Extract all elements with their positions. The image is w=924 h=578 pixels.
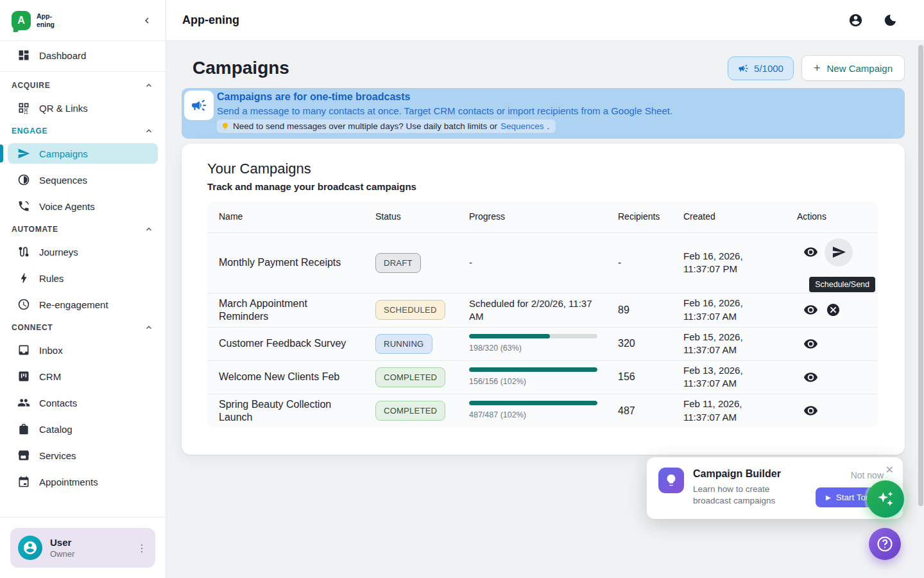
- sidebar-item-services[interactable]: Services: [8, 445, 158, 466]
- sidebar-item-rules[interactable]: Rules: [8, 268, 158, 288]
- sidebar-item-qr-links[interactable]: QR & Links: [8, 98, 158, 118]
- sidebar-item-inbox[interactable]: Inbox: [8, 340, 158, 360]
- kanban-icon: [17, 370, 30, 383]
- section-label: ACQUIRE: [12, 81, 50, 90]
- banner-tip-suffix: .: [547, 121, 550, 131]
- user-menu-dots-icon[interactable]: ⋮: [137, 542, 148, 554]
- popup-subtitle: Learn how to create broadcast campaigns: [693, 484, 789, 507]
- status-cell: COMPLETED: [375, 367, 469, 387]
- progress-fill: [469, 367, 597, 372]
- header-title: App-ening: [182, 13, 239, 27]
- sidebar-item-campaigns[interactable]: Campaigns: [8, 143, 158, 164]
- popup-texts: Campaign Builder Learn how to create bro…: [693, 468, 789, 507]
- card-title: Your Campaigns: [207, 161, 878, 177]
- sidebar-item-label: QR & Links: [39, 103, 88, 114]
- logo-text-line1: App-: [37, 12, 55, 20]
- column-header-recipients: Recipients: [618, 211, 683, 222]
- sidebar-item-voice-agents[interactable]: Voice Agents: [8, 196, 158, 216]
- sidebar-section-header-engage[interactable]: ENGAGE: [8, 124, 158, 138]
- sidebar-item-dashboard[interactable]: Dashboard: [8, 45, 158, 66]
- view-button[interactable]: [802, 403, 819, 419]
- sidebar-section-header-acquire[interactable]: ACQUIRE: [8, 78, 158, 92]
- sidebar-item-label: Campaigns: [39, 148, 88, 159]
- banner-body: Campaigns are for one-time broadcasts Se…: [217, 89, 672, 134]
- chevron-up-icon: [144, 126, 154, 136]
- campaigns-card: Your Campaigns Track and manage your bro…: [182, 144, 905, 455]
- page-title: Campaigns: [193, 58, 289, 78]
- calendar-icon: [17, 475, 30, 488]
- sidebar-item-sequences[interactable]: Sequences: [8, 170, 158, 190]
- progress-fill: [469, 334, 550, 338]
- campaign-name: Monthly Payment Receipts: [207, 252, 375, 273]
- progress-bar: [469, 367, 597, 372]
- sidebar-item-catalog[interactable]: Catalog: [8, 419, 158, 439]
- sidebar-collapse-button[interactable]: [139, 12, 155, 29]
- logo-letter: A: [17, 15, 25, 26]
- action-tooltip: Schedule/Send: [809, 277, 875, 292]
- recipients-cell: 487: [618, 405, 683, 417]
- banner-icon-box: [184, 91, 214, 120]
- sidebar-item-appointments[interactable]: Appointments: [8, 471, 158, 492]
- campaign-row-march-appointment-reminders: March Appointment RemindersSCHEDULEDSche…: [207, 293, 878, 328]
- account-button[interactable]: [847, 12, 864, 29]
- inbox-icon: [17, 343, 31, 357]
- campaigns-table: NameStatusProgressRecipientsCreatedActio…: [207, 201, 878, 428]
- sidebar-item-label: Services: [39, 450, 76, 461]
- ai-assistant-fab[interactable]: [867, 480, 904, 518]
- banner-tip-text: Need to send messages over multiple days…: [233, 121, 497, 131]
- chevron-up-icon: [144, 80, 154, 91]
- clock-icon: [17, 298, 30, 311]
- send-button[interactable]: [825, 238, 853, 267]
- table-header-row: NameStatusProgressRecipientsCreatedActio…: [207, 201, 878, 233]
- sequences-link[interactable]: Sequences: [501, 121, 544, 131]
- cancel-button[interactable]: [825, 302, 841, 319]
- campaign-name: Customer Feedback Survey: [207, 333, 375, 354]
- user-card[interactable]: User Owner ⋮: [10, 528, 155, 568]
- sidebar-item-crm[interactable]: CRM: [8, 366, 158, 387]
- campaign-quota-badge[interactable]: 5/1000: [728, 57, 794, 80]
- progress-cell: 198/320 (63%): [469, 334, 618, 353]
- not-now-button[interactable]: Not now: [851, 470, 884, 480]
- sidebar-section-header-connect[interactable]: CONNECT: [8, 320, 158, 335]
- help-fab[interactable]: [869, 528, 901, 560]
- actions-cell: [797, 335, 878, 352]
- campaign-name: March Appointment Reminders: [207, 293, 375, 327]
- popup-title: Campaign Builder: [693, 468, 789, 480]
- view-button[interactable]: [802, 302, 819, 319]
- user-info: User Owner: [50, 537, 74, 559]
- sidebar-item-contacts[interactable]: Contacts: [8, 392, 158, 413]
- sidebar-footer: User Owner ⋮: [0, 517, 166, 578]
- bolt-icon: [17, 272, 30, 285]
- view-icon: [803, 370, 818, 385]
- dark-mode-button[interactable]: [882, 12, 898, 29]
- new-campaign-button[interactable]: + New Campaign: [801, 55, 905, 81]
- view-button[interactable]: [802, 369, 819, 385]
- scrollbar-thumb[interactable]: [918, 45, 923, 506]
- storefront-icon: [17, 449, 30, 462]
- sidebar-item-re-engagement[interactable]: Re-engagement: [8, 294, 158, 315]
- created-cell: Feb 16, 2026, 11:37:07 AM: [683, 297, 797, 323]
- view-button[interactable]: [802, 335, 819, 352]
- app-logo-icon: A: [12, 11, 31, 30]
- sidebar-section-header-automate[interactable]: AUTOMATE: [8, 222, 158, 236]
- section-label: ENGAGE: [12, 127, 47, 136]
- popup-close-button[interactable]: ✕: [886, 465, 894, 475]
- progress-label: 156/156 (102%): [469, 376, 599, 387]
- recipients-cell: 89: [618, 304, 683, 316]
- account-circle-icon: [848, 13, 863, 28]
- sidebar-section-engage: ENGAGECampaignsSequencesVoice Agents: [8, 124, 158, 216]
- progress-text: Scheduled for 2/20/26, 11:37 AM: [469, 298, 592, 322]
- column-header-name: Name: [207, 211, 375, 222]
- sidebar-item-journeys[interactable]: Journeys: [8, 241, 158, 262]
- dashboard-icon: [17, 48, 31, 62]
- section-label: AUTOMATE: [12, 225, 58, 234]
- chevron-up-icon: [144, 224, 154, 234]
- view-icon: [803, 337, 818, 351]
- column-header-created: Created: [683, 211, 797, 222]
- question-icon: [876, 535, 894, 553]
- megaphone-icon: [738, 63, 749, 74]
- top-header: App-ening: [166, 0, 924, 41]
- card-subtitle: Track and manage your broadcast campaign…: [207, 181, 878, 192]
- view-button[interactable]: [802, 244, 819, 261]
- calendar-icon: [17, 475, 31, 489]
